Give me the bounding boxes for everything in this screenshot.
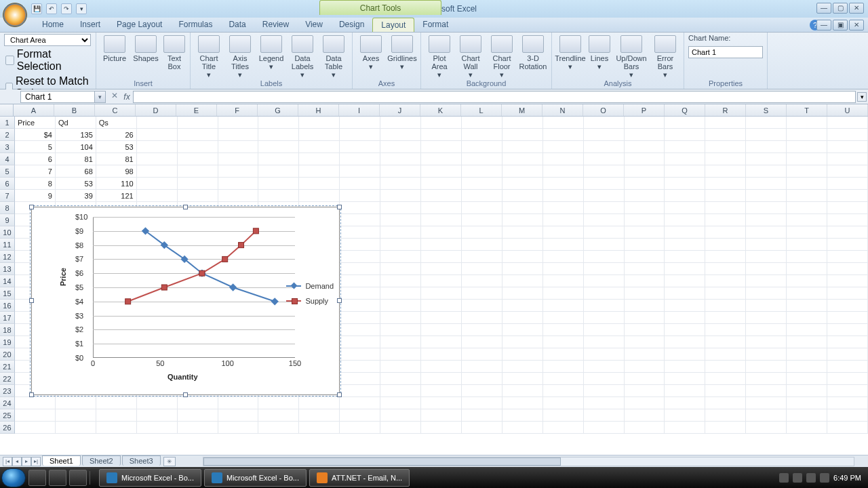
cell[interactable] — [746, 300, 787, 312]
cell[interactable] — [421, 348, 462, 361]
cell[interactable] — [340, 275, 380, 287]
cell[interactable] — [746, 202, 787, 214]
formula-input[interactable] — [133, 91, 856, 103]
cell[interactable] — [746, 312, 787, 324]
cell[interactable]: 9 — [15, 190, 56, 202]
cell[interactable] — [625, 348, 665, 361]
cell[interactable] — [258, 409, 299, 422]
cell[interactable] — [705, 373, 746, 385]
cell[interactable] — [584, 263, 625, 275]
column-header[interactable]: C — [95, 104, 136, 116]
cell[interactable] — [137, 409, 178, 422]
cell[interactable] — [584, 336, 625, 348]
cell[interactable] — [705, 397, 746, 409]
cell[interactable] — [462, 385, 502, 397]
workbook-restore-button[interactable]: ▣ — [833, 20, 848, 30]
tray-clock[interactable]: 6:49 PM — [833, 474, 861, 482]
cell[interactable] — [584, 129, 625, 141]
row-header[interactable]: 21 — [0, 361, 15, 373]
cell[interactable] — [380, 348, 421, 361]
cell[interactable] — [665, 117, 705, 129]
cell[interactable] — [462, 129, 502, 141]
cell[interactable] — [827, 178, 868, 190]
cell[interactable] — [502, 117, 543, 129]
cell[interactable] — [178, 141, 218, 153]
row-header[interactable]: 8 — [0, 202, 15, 214]
chart-wall-button[interactable]: Chart Wall▾ — [456, 34, 485, 79]
row-header[interactable]: 18 — [0, 324, 15, 336]
tab-data[interactable]: Data — [220, 18, 254, 32]
cell[interactable] — [665, 385, 705, 397]
cell[interactable] — [584, 409, 625, 422]
cell[interactable] — [502, 251, 543, 263]
cell[interactable]: 110 — [96, 178, 137, 190]
row-header[interactable]: 14 — [0, 275, 15, 287]
cell[interactable] — [137, 178, 178, 190]
cell[interactable] — [705, 165, 746, 178]
cell[interactable] — [543, 397, 584, 409]
cell[interactable] — [299, 190, 340, 202]
cell[interactable] — [462, 336, 502, 348]
cell[interactable] — [137, 165, 178, 178]
tab-layout[interactable]: Layout — [372, 18, 414, 32]
cell[interactable] — [827, 117, 868, 129]
chart-element-selector[interactable]: Chart Area — [4, 34, 91, 46]
cell[interactable] — [705, 300, 746, 312]
cell[interactable] — [625, 226, 665, 239]
cell[interactable] — [462, 117, 502, 129]
sheet-nav-first-icon[interactable]: |◂ — [3, 457, 12, 466]
cell[interactable] — [625, 287, 665, 300]
cell[interactable] — [746, 385, 787, 397]
cell[interactable] — [625, 385, 665, 397]
name-box[interactable]: Chart 1 — [20, 91, 95, 103]
cell[interactable] — [584, 178, 625, 190]
cell[interactable] — [705, 214, 746, 226]
tray-network-icon[interactable] — [806, 473, 816, 483]
horizontal-scrollbar[interactable] — [203, 457, 854, 466]
cell[interactable] — [502, 165, 543, 178]
cell[interactable] — [462, 263, 502, 275]
cell[interactable]: $4 — [15, 129, 56, 141]
name-box-dropdown-icon[interactable]: ▾ — [95, 91, 106, 103]
cell[interactable] — [178, 409, 218, 422]
row-header[interactable]: 5 — [0, 165, 15, 178]
cell[interactable] — [705, 361, 746, 373]
cell[interactable] — [258, 178, 299, 190]
cell[interactable] — [462, 141, 502, 153]
cell[interactable] — [543, 117, 584, 129]
cell[interactable] — [299, 409, 340, 422]
cell[interactable] — [502, 385, 543, 397]
cell[interactable] — [787, 153, 827, 165]
cell[interactable] — [502, 300, 543, 312]
cell[interactable] — [258, 141, 299, 153]
cell[interactable] — [137, 141, 178, 153]
cell[interactable] — [502, 287, 543, 300]
cell[interactable] — [584, 324, 625, 336]
sheet-tab-sheet2[interactable]: Sheet2 — [82, 455, 121, 466]
gridlines-button[interactable]: Gridlines▾ — [388, 34, 416, 70]
cell[interactable] — [827, 202, 868, 214]
cell[interactable] — [746, 336, 787, 348]
cell[interactable] — [746, 373, 787, 385]
chart-name-input[interactable] — [688, 46, 763, 58]
cell[interactable] — [584, 239, 625, 251]
cell[interactable] — [421, 397, 462, 409]
cell[interactable] — [380, 226, 421, 239]
cell[interactable] — [543, 409, 584, 422]
save-icon[interactable]: 💾 — [31, 3, 42, 14]
cell[interactable] — [827, 141, 868, 153]
cell[interactable] — [584, 373, 625, 385]
tray-action-center-icon[interactable] — [793, 473, 802, 483]
cell[interactable] — [421, 141, 462, 153]
cell[interactable] — [584, 361, 625, 373]
taskbar-task-firefox[interactable]: ATT.NET - Email, N... — [309, 469, 410, 487]
column-header[interactable]: H — [298, 104, 339, 116]
cell[interactable] — [462, 373, 502, 385]
cell[interactable] — [746, 397, 787, 409]
cell[interactable] — [665, 190, 705, 202]
cell[interactable]: 121 — [96, 190, 137, 202]
cell[interactable] — [746, 422, 787, 434]
cell[interactable] — [340, 312, 380, 324]
taskbar-task-excel-1[interactable]: Microsoft Excel - Bo... — [99, 469, 201, 487]
column-header[interactable]: Q — [665, 104, 705, 116]
